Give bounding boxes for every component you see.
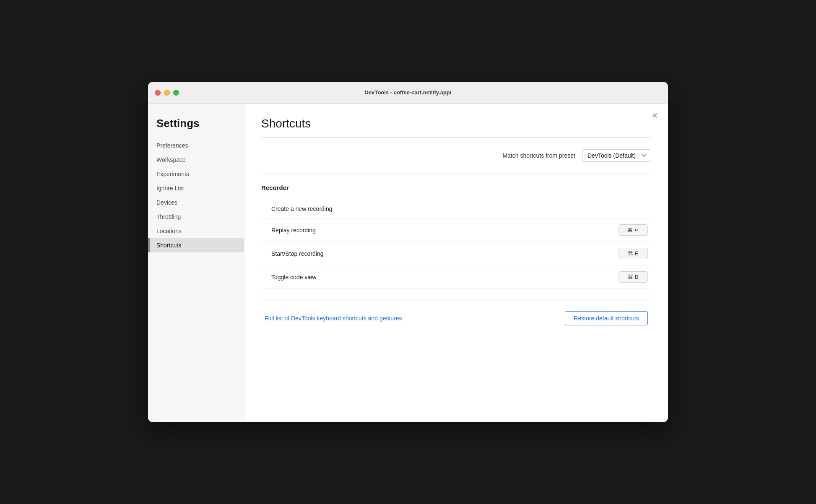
preset-row: Match shortcuts from preset DevTools (De…	[261, 149, 651, 162]
section-title: Recorder	[261, 184, 651, 191]
minimize-traffic-light[interactable]	[164, 90, 170, 96]
footer-row: Full list of DevTools keyboard shortcuts…	[261, 311, 651, 325]
shortcut-row-start-stop: Start/Stop recording ⌘ E	[261, 242, 651, 265]
sidebar-item-throttling[interactable]: Throttling	[148, 210, 244, 224]
shortcut-key-toggle-code: ⌘ B	[618, 271, 648, 283]
sidebar-item-locations[interactable]: Locations	[148, 224, 244, 238]
restore-defaults-button[interactable]: Restore default shortcuts	[565, 311, 648, 325]
traffic-lights	[155, 90, 179, 96]
preset-label: Match shortcuts from preset	[502, 152, 575, 159]
sidebar-item-devices[interactable]: Devices	[148, 195, 244, 210]
window-title: DevTools - coffee-cart.netlify.app/	[365, 89, 452, 96]
sidebar-item-workspace[interactable]: Workspace	[148, 153, 244, 167]
sidebar-item-ignore-list[interactable]: Ignore List	[148, 181, 244, 195]
sidebar: Settings Preferences Workspace Experimen…	[148, 104, 244, 422]
preset-select[interactable]: DevTools (Default) Visual Studio Code	[582, 149, 651, 162]
close-button[interactable]: ✕	[652, 112, 658, 120]
page-title: Shortcuts	[261, 117, 651, 130]
shortcut-row-new-recording: Create a new recording	[261, 200, 651, 218]
sidebar-item-preferences[interactable]: Preferences	[148, 138, 244, 153]
shortcut-name-new-recording: Create a new recording	[265, 205, 648, 212]
devtools-window: DevTools - coffee-cart.netlify.app/ Sett…	[148, 82, 668, 422]
shortcut-name-start-stop: Start/Stop recording	[265, 250, 618, 257]
shortcut-name-toggle-code: Toggle code view	[265, 274, 618, 281]
shortcut-row-replay-recording: Replay recording ⌘ ↵	[261, 218, 651, 242]
top-divider	[261, 137, 651, 138]
shortcut-key-replay-recording: ⌘ ↵	[618, 224, 648, 236]
sidebar-item-shortcuts[interactable]: Shortcuts	[148, 238, 244, 252]
maximize-traffic-light[interactable]	[173, 90, 179, 96]
titlebar: DevTools - coffee-cart.netlify.app/	[148, 82, 668, 104]
close-traffic-light[interactable]	[155, 90, 161, 96]
section-divider	[261, 174, 651, 174]
sidebar-heading: Settings	[148, 117, 244, 138]
full-list-link[interactable]: Full list of DevTools keyboard shortcuts…	[265, 315, 402, 322]
sidebar-item-experiments[interactable]: Experiments	[148, 167, 244, 181]
bottom-divider	[261, 301, 651, 301]
shortcut-name-replay-recording: Replay recording	[265, 227, 618, 234]
shortcut-row-toggle-code: Toggle code view ⌘ B	[261, 265, 651, 289]
shortcut-key-start-stop: ⌘ E	[618, 248, 648, 259]
window-body: Settings Preferences Workspace Experimen…	[148, 104, 668, 422]
main-content: ✕ Shortcuts Match shortcuts from preset …	[244, 104, 668, 422]
